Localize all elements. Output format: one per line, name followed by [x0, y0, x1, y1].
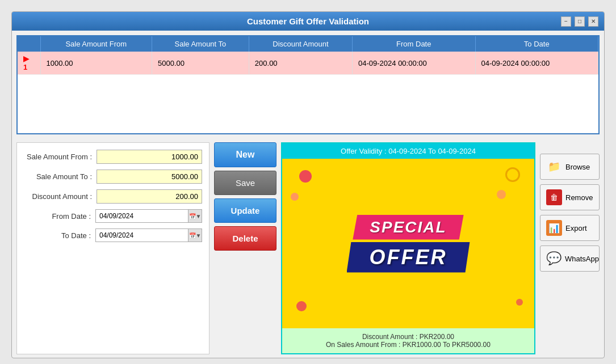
main-window: Customer Gift Offer Validation − □ ✕ Sal… [11, 11, 605, 358]
from-date-calendar-button[interactable]: 📅▼ [188, 210, 202, 222]
special-text: SPECIAL [353, 215, 463, 240]
window-title: Customer Gift Offer Validation [247, 16, 369, 26]
cell-from-date: 04-09-2024 00:00:00 [353, 52, 475, 75]
offer-text: OFFER [347, 242, 470, 273]
offer-card: Offer Validity : 04-09-2024 To 04-09-202… [281, 142, 535, 354]
remove-button[interactable]: 🗑 Remove [540, 184, 600, 210]
row-indicator: ▶ 1 [18, 52, 40, 75]
offer-image-area: SPECIAL OFFER [282, 159, 534, 328]
dot-decoration-5 [497, 190, 506, 199]
action-buttons: New Save Update Delete [214, 142, 276, 354]
cell-sale-to: 5000.00 [152, 52, 249, 75]
discount-amount-input[interactable] [97, 189, 202, 204]
to-date-input[interactable] [96, 229, 188, 242]
export-icon: 📊 [546, 220, 562, 236]
sale-amount-to-row: Sale Amount To : [24, 170, 202, 184]
window-controls: − □ ✕ [561, 16, 598, 27]
right-panel: 📁 Browse 🗑 Remove 📊 Export 💬 WhatsApp [540, 142, 600, 354]
dot-decoration-3 [296, 301, 307, 311]
col-header-index [18, 36, 40, 52]
maximize-button[interactable]: □ [575, 16, 585, 27]
from-date-wrapper: 📅▼ [95, 209, 202, 223]
whatsapp-icon: 💬 [546, 251, 561, 266]
main-content: Sale Amount From : Sale Amount To : Disc… [12, 139, 604, 358]
to-date-row: To Date : 📅▼ [24, 228, 202, 242]
whatsapp-label: WhatsApp [565, 255, 599, 263]
offer-validity-bar: Offer Validity : 04-09-2024 To 04-09-202… [282, 143, 534, 159]
col-header-to-date: To Date [475, 36, 598, 52]
sale-amount-from-row: Sale Amount From : [24, 150, 202, 164]
offer-bottom-bar: Discount Amount : PKR200.00 On Sales Amo… [282, 328, 534, 353]
dot-decoration-2 [291, 193, 299, 201]
col-header-sale-to: Sale Amount To [152, 36, 249, 52]
offer-discount-line: Discount Amount : PKR200.00 [288, 333, 529, 341]
to-date-label: To Date : [24, 231, 91, 240]
minimize-button[interactable]: − [561, 16, 571, 27]
close-button[interactable]: ✕ [588, 16, 598, 27]
new-button[interactable]: New [214, 142, 276, 167]
to-date-wrapper: 📅▼ [95, 228, 202, 242]
table-row[interactable]: ▶ 1 1000.00 5000.00 200.00 04-09-2024 00… [18, 52, 598, 75]
to-date-calendar-button[interactable]: 📅▼ [188, 229, 202, 242]
dot-decoration-6 [516, 299, 523, 306]
from-date-row: From Date : 📅▼ [24, 209, 202, 223]
remove-label: Remove [565, 193, 593, 202]
form-panel: Sale Amount From : Sale Amount To : Disc… [16, 142, 209, 354]
data-table: Sale Amount From Sale Amount To Discount… [18, 36, 598, 75]
data-table-area: Sale Amount From Sale Amount To Discount… [16, 35, 600, 134]
sale-amount-from-label: Sale Amount From : [24, 153, 92, 161]
browse-label: Browse [565, 163, 590, 171]
col-header-sale-from: Sale Amount From [40, 36, 152, 52]
col-header-discount: Discount Amount [249, 36, 352, 52]
whatsapp-button[interactable]: 💬 WhatsApp [540, 246, 600, 272]
title-bar: Customer Gift Offer Validation − □ ✕ [12, 12, 604, 31]
sale-amount-to-label: Sale Amount To : [24, 172, 92, 181]
sale-amount-to-input[interactable] [97, 170, 202, 184]
browse-icon: 📁 [546, 159, 562, 175]
col-header-from-date: From Date [353, 36, 475, 52]
delete-button[interactable]: Delete [214, 226, 276, 251]
dot-decoration-1 [299, 170, 312, 183]
cell-discount: 200.00 [249, 52, 352, 75]
update-button[interactable]: Update [214, 198, 276, 223]
from-date-label: From Date : [24, 212, 91, 221]
cell-sale-from: 1000.00 [40, 52, 152, 75]
cell-to-date: 04-09-2024 00:00:00 [475, 52, 598, 75]
dot-decoration-4 [505, 167, 520, 182]
offer-ribbon: SPECIAL OFFER [347, 215, 470, 273]
export-label: Export [565, 224, 587, 232]
discount-amount-label: Discount Amount : [24, 192, 92, 201]
export-button[interactable]: 📊 Export [540, 215, 600, 241]
remove-icon: 🗑 [546, 189, 562, 205]
browse-button[interactable]: 📁 Browse [540, 154, 600, 180]
discount-amount-row: Discount Amount : [24, 189, 202, 204]
sale-amount-from-input[interactable] [97, 150, 202, 164]
offer-sales-range-line: On Sales Amount From : PKR1000.00 To PKR… [288, 341, 529, 349]
from-date-input[interactable] [96, 210, 188, 222]
save-button[interactable]: Save [214, 171, 276, 195]
